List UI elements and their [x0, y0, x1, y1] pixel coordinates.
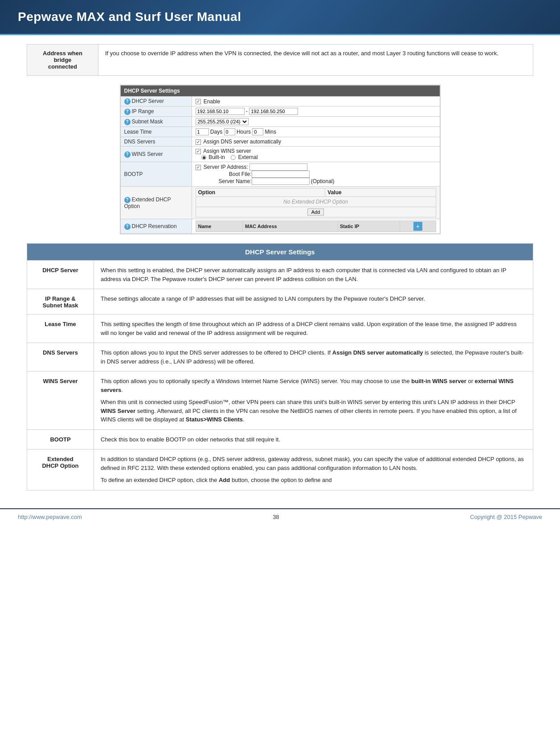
subnet-mask-select[interactable]: 255.255.255.0 (/24)	[196, 118, 249, 125]
bootp-value: Server IP Address: Boot File: Server Nam…	[192, 162, 440, 187]
lease-time-row: Lease Time Days Hours Mins	[120, 127, 440, 137]
dhcp-screenshot-header-row: DHCP Server Settings	[120, 86, 440, 97]
lease-time-hours-input[interactable]	[224, 128, 235, 135]
footer-copyright: Copyright @ 2015 Pepwave	[470, 514, 542, 520]
footer-url[interactable]: http://www.pepwave.com	[18, 514, 82, 520]
lease-time-label: Lease Time	[120, 127, 192, 137]
option-col-header: Option	[196, 188, 325, 197]
extended-dhcp-col-headers: Option Value	[196, 188, 436, 197]
ip-range-explanation-desc: These settings allocate a range of IP ad…	[94, 289, 533, 314]
extended-dhcp-label: ?Extended DHCP Option	[120, 187, 192, 219]
dhcp-server-row: ?DHCP Server Enable	[120, 97, 440, 106]
dhcp-server-explanation-desc: When this setting is enabled, the DHCP s…	[94, 261, 533, 289]
page-header: Pepwave MAX and Surf User Manual	[0, 0, 560, 35]
settings-table-header-row: DHCP Server Settings	[27, 244, 533, 261]
wins-server-explanation-desc: This option allows you to optionally spe…	[94, 372, 533, 430]
lease-time-explanation-row: Lease Time This setting specifies the le…	[27, 314, 533, 343]
dhcp-screenshot-header: DHCP Server Settings	[120, 86, 440, 97]
dhcp-screenshot-table: DHCP Server Settings ?DHCP Server Enable…	[120, 85, 440, 234]
bootp-label: BOOTP	[120, 162, 192, 187]
extended-dhcp-help-icon[interactable]: ?	[124, 197, 131, 203]
dhcp-reservation-table: Name MAC Address Static IP +	[196, 220, 436, 232]
add-row: Add	[196, 207, 436, 217]
extended-dhcp-explanation-desc: In addition to standard DHCP options (e.…	[94, 449, 533, 490]
address-bridge-desc: If you choose to override IP address whe…	[98, 45, 533, 76]
bootp-explanation-desc: Check this box to enable BOOTP on older …	[94, 429, 533, 449]
dns-servers-explanation-label: DNS Servers	[27, 343, 94, 372]
page-footer: http://www.pepwave.com 38 Copyright @ 20…	[0, 508, 560, 525]
settings-table-header: DHCP Server Settings	[27, 244, 533, 261]
add-reservation-button[interactable]: +	[413, 222, 422, 231]
static-ip-col-header: Static IP	[338, 221, 400, 232]
dns-servers-row: DNS Servers Assign DNS server automatica…	[120, 137, 440, 147]
dhcp-enable-checkbox[interactable]	[196, 99, 201, 104]
footer-page: 38	[273, 514, 279, 520]
dns-auto-checkbox[interactable]	[196, 139, 201, 145]
subnet-mask-value: 255.255.255.0 (/24)	[192, 117, 440, 127]
extended-dhcp-inner-table: Option Value No Extended DHCP Option Add	[196, 188, 436, 217]
bootp-checkbox[interactable]	[196, 165, 201, 170]
dhcp-server-help-icon[interactable]: ?	[124, 98, 131, 105]
dns-servers-explanation-row: DNS Servers This option allows you to in…	[27, 343, 533, 372]
ip-range-row: ?IP Range -	[120, 106, 440, 117]
main-content: Address whenbridgeconnected If you choos…	[0, 35, 560, 504]
extended-dhcp-value: Option Value No Extended DHCP Option Add	[192, 187, 440, 219]
ip-range-help-icon[interactable]: ?	[124, 109, 131, 115]
reservation-header-row: Name MAC Address Static IP +	[196, 221, 436, 232]
wins-server-explanation-label: WINS Server	[27, 372, 94, 430]
ip-range-value: -	[192, 106, 440, 117]
extended-dhcp-explanation-row: ExtendedDHCP Option In addition to stand…	[27, 449, 533, 490]
ip-range-explanation-label: IP Range &Subnet Mask	[27, 289, 94, 314]
bootp-explanation-row: BOOTP Check this box to enable BOOTP on …	[27, 429, 533, 449]
subnet-mask-row: ?Subnet Mask 255.255.255.0 (/24)	[120, 117, 440, 127]
wins-external-radio[interactable]	[231, 155, 236, 160]
dhcp-reservation-label: ?DHCP Reservation	[120, 219, 192, 234]
name-col-header: Name	[196, 221, 243, 232]
extended-dhcp-option-row: ?Extended DHCP Option Option Value No Ex…	[120, 187, 440, 219]
address-bridge-table: Address whenbridgeconnected If you choos…	[27, 44, 533, 76]
dns-servers-explanation-desc: This option allows you to input the DNS …	[94, 343, 533, 372]
ip-range-start-input[interactable]	[196, 108, 245, 115]
add-extended-dhcp-button[interactable]: Add	[307, 208, 324, 216]
wins-server-value: Assign WINS server Built-in External	[192, 147, 440, 162]
dhcp-server-value: Enable	[192, 97, 440, 106]
wins-assign-checkbox[interactable]	[196, 149, 201, 154]
lease-time-value: Days Hours Mins	[192, 127, 440, 137]
lease-time-explanation-desc: This setting specifies the length of tim…	[94, 314, 533, 343]
subnet-mask-help-icon[interactable]: ?	[124, 119, 131, 125]
mac-col-header: MAC Address	[243, 221, 338, 232]
ip-range-explanation-row: IP Range &Subnet Mask These settings all…	[27, 289, 533, 314]
bootp-boot-file-input[interactable]	[252, 171, 310, 178]
lease-time-mins-input[interactable]	[252, 128, 263, 135]
dhcp-reservation-value: Name MAC Address Static IP +	[192, 219, 440, 234]
dns-servers-value: Assign DNS server automatically	[192, 137, 440, 147]
dhcp-server-explanation-row: DHCP Server When this setting is enabled…	[27, 261, 533, 289]
dhcp-reservation-row: ?DHCP Reservation Name MAC Address Stati…	[120, 219, 440, 234]
wins-builtin-radio[interactable]	[201, 155, 206, 160]
dhcp-server-label: ?DHCP Server	[120, 97, 192, 106]
bootp-server-ip-input[interactable]	[249, 163, 307, 171]
dhcp-settings-explanation-table: DHCP Server Settings DHCP Server When th…	[27, 243, 533, 490]
wins-server-row: ?WINS Server Assign WINS server Built-in…	[120, 147, 440, 162]
lease-time-days-input[interactable]	[196, 128, 209, 135]
bootp-row: BOOTP Server IP Address: Boot File: Serv…	[120, 162, 440, 187]
no-dhcp-text: No Extended DHCP Option	[196, 197, 436, 207]
bootp-explanation-label: BOOTP	[27, 429, 94, 449]
bootp-server-name-input[interactable]	[252, 178, 310, 185]
extended-dhcp-explanation-label: ExtendedDHCP Option	[27, 449, 94, 490]
wins-server-explanation-row: WINS Server This option allows you to op…	[27, 372, 533, 430]
dns-servers-label: DNS Servers	[120, 137, 192, 147]
ip-range-label: ?IP Range	[120, 106, 192, 117]
dhcp-server-explanation-label: DHCP Server	[27, 261, 94, 289]
subnet-mask-label: ?Subnet Mask	[120, 117, 192, 127]
page-title: Pepwave MAX and Surf User Manual	[18, 10, 542, 24]
value-col-header: Value	[325, 188, 436, 197]
address-bridge-label: Address whenbridgeconnected	[27, 45, 98, 76]
lease-time-explanation-label: Lease Time	[27, 314, 94, 343]
no-dhcp-row: No Extended DHCP Option	[196, 197, 436, 207]
wins-server-label: ?WINS Server	[120, 147, 192, 162]
wins-server-help-icon[interactable]: ?	[124, 151, 131, 158]
dhcp-screenshot-container: DHCP Server Settings ?DHCP Server Enable…	[120, 85, 441, 234]
dhcp-reservation-help-icon[interactable]: ?	[124, 224, 131, 230]
ip-range-end-input[interactable]	[249, 108, 298, 115]
